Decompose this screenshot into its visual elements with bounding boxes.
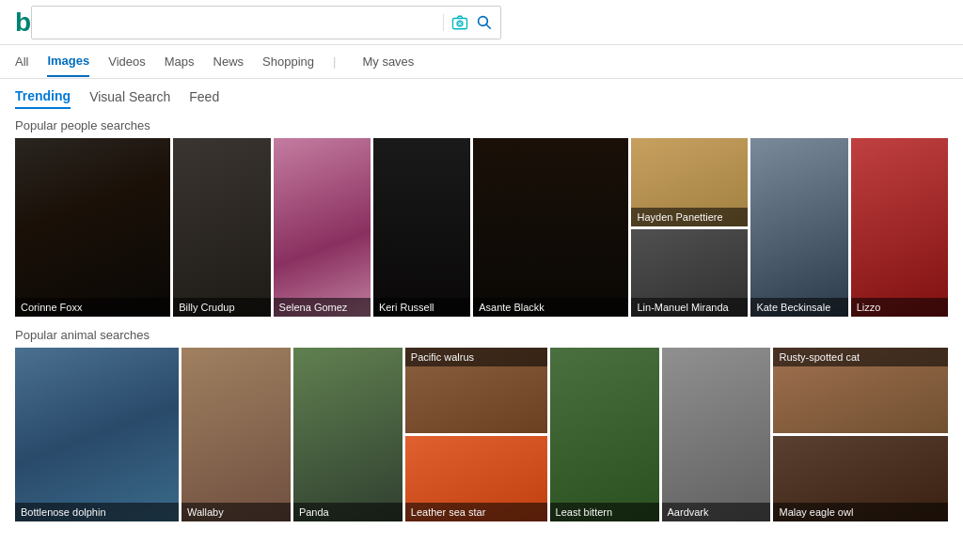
sub-nav-trending[interactable]: Trending bbox=[15, 85, 71, 109]
person-lin-manuel-miranda[interactable]: Lin-Manuel Miranda bbox=[631, 229, 748, 318]
animal-malay-eagle-owl[interactable]: Malay eagle owl bbox=[773, 436, 948, 521]
person-label: Kate Beckinsale bbox=[750, 298, 847, 317]
animal-label: Malay eagle owl bbox=[773, 503, 948, 521]
search-button[interactable] bbox=[476, 14, 493, 31]
person-label: Keri Russell bbox=[373, 298, 470, 317]
search-bar bbox=[31, 6, 501, 39]
animal-least-bittern[interactable]: Least bittern bbox=[550, 348, 659, 521]
person-label: Selena Gomez bbox=[274, 298, 371, 317]
animal-leather-sea-star[interactable]: Leather sea star bbox=[405, 436, 547, 521]
header: b bbox=[0, 0, 963, 45]
animal-aardvark[interactable]: Aardvark bbox=[662, 348, 771, 521]
visual-search-icon[interactable] bbox=[451, 14, 468, 31]
bing-logo: b bbox=[15, 8, 31, 38]
person-label: Lin-Manuel Miranda bbox=[631, 298, 748, 317]
animal-rusty-spotted-cat[interactable]: Rusty-spotted cat bbox=[773, 348, 948, 433]
person-hayden-panettiere[interactable]: Hayden Panettiere bbox=[631, 138, 748, 226]
people-grid: Corinne Foxx Billy Crudup Selena Gomez K… bbox=[15, 138, 948, 317]
svg-rect-0 bbox=[453, 18, 467, 28]
animal-section-title: Popular animal searches bbox=[15, 328, 948, 342]
animal-pacific-walrus[interactable]: Pacific walrus bbox=[405, 348, 547, 433]
search-icons bbox=[443, 14, 500, 31]
animal-bottlenose-dolphin[interactable]: Bottlenose dolphin bbox=[15, 348, 179, 521]
animal-label: Wallaby bbox=[182, 503, 291, 521]
person-selena-gomez[interactable]: Selena Gomez bbox=[274, 138, 371, 317]
svg-point-6 bbox=[479, 16, 488, 25]
person-label: Billy Crudup bbox=[173, 298, 270, 317]
people-section-title: Popular people searches bbox=[15, 118, 948, 132]
sub-nav-feed[interactable]: Feed bbox=[189, 86, 219, 108]
person-kate-beckinsale[interactable]: Kate Beckinsale bbox=[750, 138, 847, 317]
sub-nav-visual-search[interactable]: Visual Search bbox=[89, 86, 170, 108]
nav-shopping[interactable]: Shopping bbox=[262, 47, 314, 76]
animal-section: Popular animal searches Bottlenose dolph… bbox=[0, 324, 963, 529]
animal-label: Pacific walrus bbox=[405, 348, 547, 366]
animal-grid: Bottlenose dolphin Wallaby Panda Pacific… bbox=[15, 348, 948, 521]
person-asante-blackk[interactable]: Asante Blackk bbox=[473, 138, 628, 317]
nav-news[interactable]: News bbox=[213, 47, 245, 76]
person-corinne-foxx[interactable]: Corinne Foxx bbox=[15, 138, 170, 317]
nav-saves[interactable]: My saves bbox=[362, 47, 414, 76]
people-section: Popular people searches Corinne Foxx Bil… bbox=[0, 115, 963, 324]
person-billy-crudup[interactable]: Billy Crudup bbox=[173, 138, 270, 317]
sub-nav: Trending Visual Search Feed bbox=[0, 79, 963, 115]
animal-label: Bottlenose dolphin bbox=[15, 503, 179, 521]
animal-wallaby[interactable]: Wallaby bbox=[182, 348, 291, 521]
person-label: Hayden Panettiere bbox=[631, 208, 748, 226]
nav-maps[interactable]: Maps bbox=[165, 47, 195, 76]
search-input[interactable] bbox=[32, 14, 443, 31]
svg-line-7 bbox=[486, 24, 491, 29]
animal-panda[interactable]: Panda bbox=[293, 348, 403, 521]
person-label: Corinne Foxx bbox=[15, 298, 170, 317]
nav-videos[interactable]: Videos bbox=[108, 47, 146, 76]
person-lizzo[interactable]: Lizzo bbox=[851, 138, 948, 317]
animal-label: Leather sea star bbox=[405, 503, 547, 521]
nav-divider: | bbox=[333, 54, 336, 69]
main-nav: All Images Videos Maps News Shopping | M… bbox=[0, 45, 963, 79]
animal-label: Rusty-spotted cat bbox=[773, 348, 948, 366]
person-label: Lizzo bbox=[851, 298, 948, 317]
animal-label: Panda bbox=[293, 503, 403, 521]
animal-label: Aardvark bbox=[662, 503, 771, 521]
person-label: Asante Blackk bbox=[473, 298, 628, 317]
nav-all[interactable]: All bbox=[15, 47, 28, 76]
animal-label: Least bittern bbox=[550, 503, 659, 521]
person-keri-russell[interactable]: Keri Russell bbox=[373, 138, 470, 317]
nav-images[interactable]: Images bbox=[47, 46, 89, 77]
